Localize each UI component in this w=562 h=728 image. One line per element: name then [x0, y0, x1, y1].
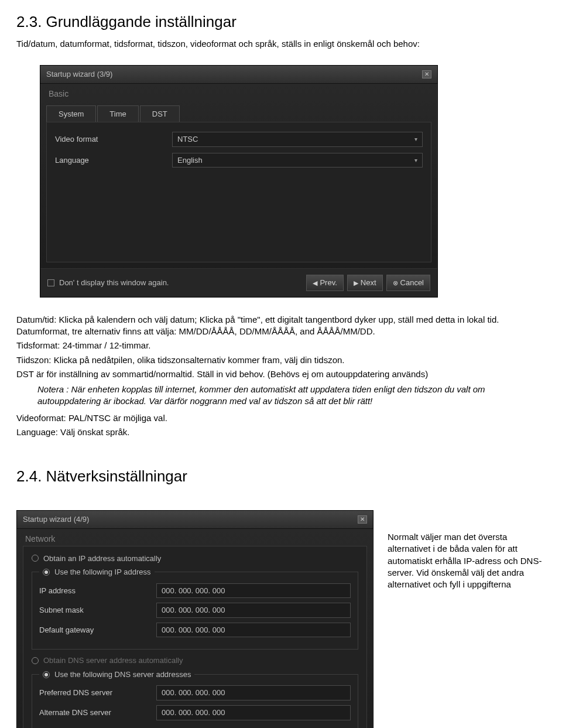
chevron-down-icon: ▾ — [414, 156, 417, 165]
input-subnet-mask[interactable]: 000. 000. 000. 000 — [156, 603, 351, 618]
startup-wizard-4: Startup wizard (4/9) ✕ Network Obtain an… — [16, 510, 373, 728]
tab-system[interactable]: System — [46, 105, 96, 122]
radio-ip-auto-label: Obtain an IP address automatically — [43, 553, 161, 564]
tab-dst[interactable]: DST — [140, 105, 180, 122]
label-pref-dns: Preferred DNS server — [39, 688, 156, 698]
wizard-subtitle: Basic — [40, 84, 437, 101]
wizard-title: Startup wizard (3/9) — [46, 69, 112, 80]
row-pref-dns: Preferred DNS server 000. 000. 000. 000 — [39, 685, 351, 700]
label-default-gateway: Default gateway — [39, 625, 156, 635]
radio-dns-manual[interactable]: Use the following DNS server addresses — [43, 669, 191, 680]
radio-icon — [43, 671, 50, 678]
row-language: Language English ▾ — [55, 153, 423, 168]
next-button[interactable]: ▶Next — [347, 275, 383, 291]
radio-ip-manual-label: Use the following IP address — [54, 567, 151, 577]
para-dst: DST är för inställning av sommartid/norm… — [16, 368, 546, 380]
group-dns-manual: Use the following DNS server addresses P… — [32, 669, 358, 728]
section-2-4-side-text: Normalt väljer man det översta alternati… — [388, 531, 546, 590]
note-block: Notera : När enheten kopplas till intern… — [37, 384, 546, 408]
row-video-format: Video format NTSC ▾ — [55, 132, 423, 147]
note-text: När enheten kopplas till internet, komme… — [37, 384, 485, 406]
prev-button[interactable]: ◀Prev. — [306, 275, 343, 291]
next-button-label: Next — [361, 278, 376, 288]
prev-button-label: Prev. — [320, 278, 337, 288]
select-video-format[interactable]: NTSC ▾ — [172, 132, 423, 147]
radio-ip-manual[interactable]: Use the following IP address — [43, 567, 151, 577]
row-subnet-mask: Subnet mask 000. 000. 000. 000 — [39, 603, 351, 618]
wizard-footer: Don' t display this window again. ◀Prev.… — [40, 268, 437, 297]
radio-icon — [43, 569, 50, 576]
section-2-3-title: 2.3. Grundläggande inställningar — [16, 12, 546, 32]
row-alt-dns: Alternate DNS server 000. 000. 000. 000 — [39, 705, 351, 720]
para-tidszon: Tiidszon: Klicka på nedåtpilen, olika ti… — [16, 354, 546, 366]
wizard-titlebar: Startup wizard (3/9) ✕ — [40, 66, 437, 84]
wizard-body: Obtain an IP address automatically Use t… — [23, 546, 367, 728]
chevron-down-icon: ▾ — [414, 135, 417, 143]
label-ip-address: IP address — [39, 586, 156, 596]
arrow-right-icon: ▶ — [354, 279, 358, 288]
close-icon[interactable]: ✕ — [358, 515, 367, 524]
dont-show-label: Don' t display this window again. — [59, 278, 169, 288]
para-videoformat: Videoformat: PAL/NTSC är möjliga val. — [16, 412, 546, 424]
cancel-icon: ⊗ — [393, 279, 398, 288]
startup-wizard-3: Startup wizard (3/9) ✕ Basic System Time… — [40, 65, 438, 298]
para-tidsformat: Tidsformat: 24-timmar / 12-timmar. — [16, 340, 546, 351]
label-alt-dns: Alternate DNS server — [39, 708, 156, 718]
cancel-button-label: Cancel — [400, 278, 424, 288]
wizard-titlebar: Startup wizard (4/9) ✕ — [17, 511, 373, 529]
wizard-body: Video format NTSC ▾ Language English ▾ — [46, 122, 431, 262]
wizard-tabs: System Time DST — [40, 101, 437, 122]
label-subnet-mask: Subnet mask — [39, 605, 156, 616]
input-default-gateway[interactable]: 000. 000. 000. 000 — [156, 623, 351, 638]
input-pref-dns[interactable]: 000. 000. 000. 000 — [156, 685, 351, 700]
radio-dns-auto-label: Obtain DNS server address automatically — [43, 655, 183, 666]
radio-dns-auto[interactable]: Obtain DNS server address automatically — [32, 655, 358, 666]
para-language: Language: Välj önskat språk. — [16, 426, 546, 438]
para-datumtid: Datum/tid: Klicka på kalendern och välj … — [16, 314, 546, 338]
radio-icon — [32, 657, 39, 664]
group-ip-manual: Use the following IP address IP address … — [32, 567, 358, 650]
radio-icon — [32, 555, 39, 562]
input-ip-address[interactable]: 000. 000. 000. 000 — [156, 583, 351, 599]
note-label: Notera : — [37, 384, 71, 394]
section-2-4-title: 2.4. Nätverksinställningar — [16, 466, 546, 487]
value-video-format: NTSC — [177, 134, 198, 145]
select-language[interactable]: English ▾ — [172, 153, 423, 168]
radio-dns-manual-label: Use the following DNS server addresses — [54, 669, 191, 680]
arrow-left-icon: ◀ — [313, 279, 317, 288]
value-language: English — [177, 155, 203, 166]
wizard-title: Startup wizard (4/9) — [23, 514, 89, 525]
tab-time[interactable]: Time — [97, 105, 138, 122]
close-icon[interactable]: ✕ — [422, 70, 431, 78]
label-language: Language — [55, 155, 172, 166]
row-ip-address: IP address 000. 000. 000. 000 — [39, 583, 351, 599]
input-alt-dns[interactable]: 000. 000. 000. 000 — [156, 705, 351, 720]
dont-show-checkbox[interactable] — [47, 279, 54, 286]
cancel-button[interactable]: ⊗Cancel — [386, 275, 430, 291]
radio-ip-auto[interactable]: Obtain an IP address automatically — [32, 553, 358, 564]
section-2-3-intro: Tid/datum, datumformat, tidsformat, tids… — [16, 38, 546, 50]
row-default-gateway: Default gateway 000. 000. 000. 000 — [39, 623, 351, 638]
wizard-subtitle: Network — [17, 529, 373, 546]
label-video-format: Video format — [55, 134, 172, 145]
